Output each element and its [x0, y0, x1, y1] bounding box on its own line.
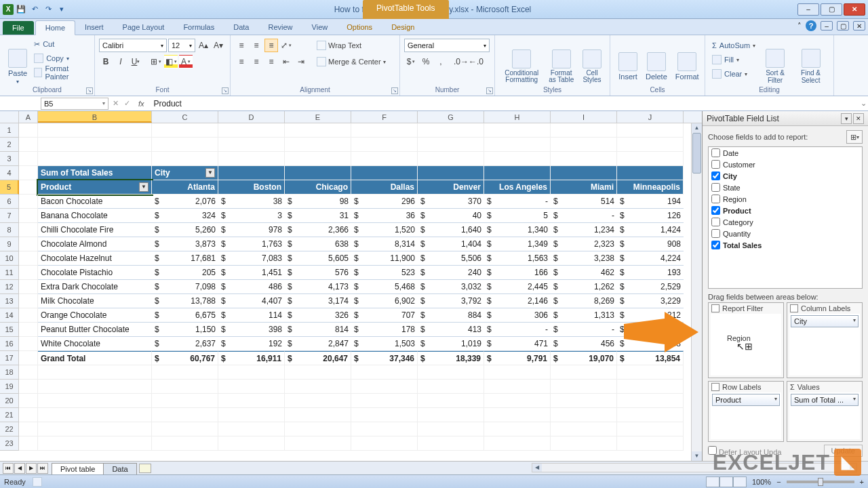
- cell[interactable]: [551, 123, 617, 138]
- tab-page-layout[interactable]: Page Layout: [113, 20, 174, 35]
- cell[interactable]: $707: [351, 308, 418, 323]
- cell[interactable]: $9,791: [484, 351, 551, 365]
- cell[interactable]: [19, 337, 38, 351]
- cell[interactable]: $3: [218, 209, 285, 223]
- cell[interactable]: Peanut Butter Chocolate: [38, 323, 152, 337]
- cell[interactable]: $523: [351, 266, 418, 280]
- cell[interactable]: [285, 380, 351, 394]
- cell[interactable]: $1,563: [484, 251, 551, 266]
- wrap-text-button[interactable]: Wrap Text: [313, 39, 389, 52]
- col-header-G[interactable]: G: [418, 111, 484, 123]
- workbook-maximize-button[interactable]: ▢: [837, 21, 849, 30]
- cell[interactable]: Product ▼: [38, 180, 152, 195]
- cell[interactable]: $2,847: [285, 337, 351, 351]
- cell[interactable]: $37,346: [351, 351, 418, 365]
- workbook-minimize-button[interactable]: –: [821, 21, 833, 30]
- cell[interactable]: [285, 138, 351, 152]
- cell[interactable]: [19, 380, 38, 394]
- name-box[interactable]: B5▾: [41, 98, 108, 110]
- cell[interactable]: $7,098: [152, 280, 218, 294]
- cell[interactable]: $4,407: [218, 294, 285, 308]
- cell[interactable]: $-: [484, 323, 551, 337]
- row-header[interactable]: 5: [0, 180, 19, 195]
- cell[interactable]: [218, 138, 285, 152]
- cell[interactable]: [19, 280, 38, 294]
- cell[interactable]: $192: [218, 337, 285, 351]
- cell[interactable]: [484, 138, 551, 152]
- city-filter-icon[interactable]: ▼: [205, 168, 215, 178]
- cell[interactable]: [617, 394, 684, 408]
- orientation-icon[interactable]: ⤢: [279, 39, 293, 52]
- cell[interactable]: [19, 237, 38, 251]
- col-header-J[interactable]: J: [617, 111, 684, 123]
- redo-icon[interactable]: ↷: [42, 3, 54, 16]
- column-labels-area[interactable]: Column Labels City: [787, 302, 863, 378]
- cell[interactable]: $: [617, 323, 684, 337]
- cell[interactable]: Dallas: [351, 180, 418, 195]
- field-region[interactable]: Region: [709, 193, 862, 205]
- row-header[interactable]: 15: [0, 323, 19, 337]
- cell[interactable]: [285, 123, 351, 138]
- cell[interactable]: $2,146: [484, 294, 551, 308]
- cell[interactable]: $514: [551, 195, 617, 209]
- cell[interactable]: [617, 138, 684, 152]
- page-layout-view-icon[interactable]: [719, 476, 733, 487]
- increase-decimal-icon[interactable]: .0→: [454, 55, 468, 68]
- cell[interactable]: $2,637: [152, 337, 218, 351]
- bold-button[interactable]: B: [99, 55, 113, 68]
- fill-button[interactable]: Fill: [709, 53, 758, 66]
- cell[interactable]: Milk Chocolate: [38, 294, 152, 308]
- cell[interactable]: $306: [484, 308, 551, 323]
- col-header-B[interactable]: B: [38, 111, 152, 123]
- number-dialog-icon[interactable]: ↘: [486, 87, 493, 94]
- align-center-icon[interactable]: ≡: [250, 55, 263, 68]
- cell[interactable]: [551, 365, 617, 380]
- cell[interactable]: $1,234: [551, 223, 617, 237]
- cell[interactable]: [617, 436, 684, 451]
- field-total-sales[interactable]: Total Sales: [709, 239, 862, 251]
- zoom-slider[interactable]: [787, 481, 854, 483]
- field-city[interactable]: City: [709, 170, 862, 182]
- field-product[interactable]: Product: [709, 205, 862, 216]
- cell[interactable]: [418, 166, 484, 180]
- cell[interactable]: [551, 436, 617, 451]
- scroll-down-icon[interactable]: ▼: [692, 451, 702, 461]
- sheet-tab-active[interactable]: Pivot table: [52, 463, 104, 474]
- cell[interactable]: $978: [218, 223, 285, 237]
- middle-align-icon[interactable]: ≡: [250, 39, 263, 52]
- row-header[interactable]: 6: [0, 195, 19, 209]
- tab-options[interactable]: Options: [337, 20, 382, 35]
- cell[interactable]: [418, 408, 484, 422]
- cell[interactable]: [218, 422, 285, 436]
- cell[interactable]: Chicago: [285, 180, 351, 195]
- minimize-ribbon-icon[interactable]: ˄: [797, 22, 802, 30]
- cell[interactable]: [351, 380, 418, 394]
- cell[interactable]: $638: [285, 237, 351, 251]
- cell[interactable]: $60,767: [152, 351, 218, 365]
- first-sheet-icon[interactable]: ⏮: [3, 463, 14, 474]
- zoom-out-icon[interactable]: −: [776, 478, 781, 486]
- cell[interactable]: [285, 394, 351, 408]
- cell[interactable]: [551, 408, 617, 422]
- cell[interactable]: [484, 380, 551, 394]
- cell[interactable]: $205: [152, 266, 218, 280]
- accounting-format-icon[interactable]: $: [404, 55, 418, 68]
- cell[interactable]: $166: [484, 266, 551, 280]
- cell[interactable]: [351, 422, 418, 436]
- new-sheet-icon[interactable]: [139, 464, 151, 473]
- cell[interactable]: [19, 195, 38, 209]
- cell[interactable]: $1,451: [218, 266, 285, 280]
- cell[interactable]: $5,468: [351, 280, 418, 294]
- cell[interactable]: [285, 408, 351, 422]
- cell[interactable]: $2,323: [551, 237, 617, 251]
- cell[interactable]: $5: [484, 209, 551, 223]
- cell[interactable]: [617, 365, 684, 380]
- cell[interactable]: $5,605: [285, 251, 351, 266]
- cell[interactable]: $486: [218, 280, 285, 294]
- col-header-H[interactable]: H: [484, 111, 551, 123]
- expand-formula-bar-icon[interactable]: ⌄: [859, 99, 868, 108]
- cell[interactable]: $1,640: [418, 223, 484, 237]
- cell[interactable]: $3,229: [617, 294, 684, 308]
- col-header-F[interactable]: F: [351, 111, 418, 123]
- scroll-up-icon[interactable]: ▲: [692, 123, 702, 133]
